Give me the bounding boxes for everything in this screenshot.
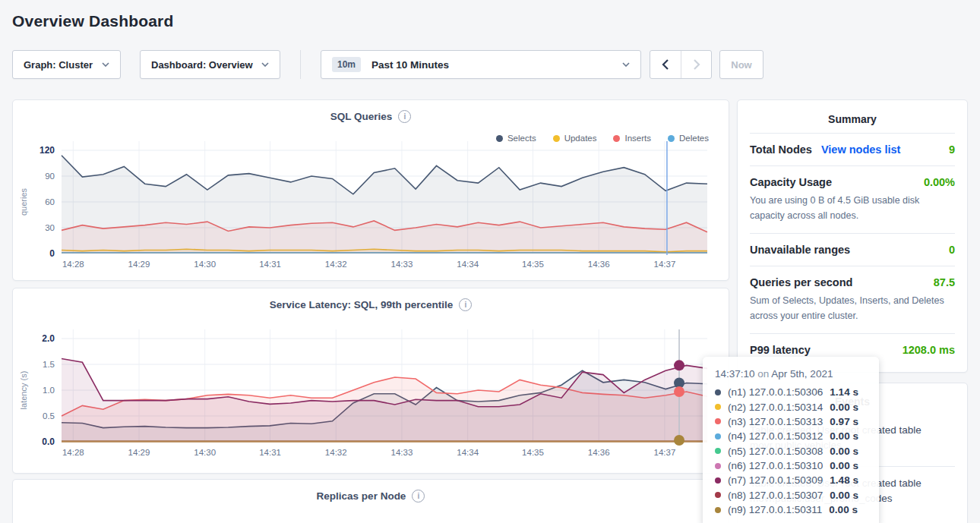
graph-dropdown[interactable]: Graph: Cluster bbox=[12, 50, 121, 79]
time-step-buttons bbox=[650, 50, 712, 79]
svg-text:14:36: 14:36 bbox=[588, 260, 610, 269]
tooltip-row: (n3) 127.0.0.1:503130.97 s bbox=[715, 414, 867, 429]
replicas-title: Replicas per Node bbox=[317, 490, 406, 502]
svg-text:14:28: 14:28 bbox=[62, 448, 84, 457]
svg-text:14:35: 14:35 bbox=[522, 260, 544, 269]
svg-text:1.5: 1.5 bbox=[43, 360, 55, 369]
svg-text:14:36: 14:36 bbox=[588, 448, 610, 457]
svg-text:14:30: 14:30 bbox=[194, 448, 216, 457]
svg-text:1.0: 1.0 bbox=[43, 386, 55, 395]
svg-text:14:29: 14:29 bbox=[128, 260, 150, 269]
tooltip-row: (n2) 127.0.0.1:503140.00 s bbox=[715, 399, 867, 414]
summary-row-qps: Queries per second 87.5 Sum of Selects, … bbox=[750, 266, 955, 333]
series-dot-icon bbox=[715, 507, 721, 513]
svg-text:60: 60 bbox=[45, 197, 55, 206]
svg-text:120: 120 bbox=[40, 145, 55, 156]
graph-dropdown-label: Graph: Cluster bbox=[24, 59, 93, 71]
time-range-picker[interactable]: 10m Past 10 Minutes bbox=[321, 50, 641, 79]
svg-text:queries: queries bbox=[19, 187, 28, 216]
total-nodes-value: 9 bbox=[949, 143, 955, 156]
qps-value: 87.5 bbox=[934, 276, 955, 288]
svg-text:0.5: 0.5 bbox=[43, 411, 55, 421]
sql-queries-panel: SQL Queries i SelectsUpdatesInsertsDelet… bbox=[12, 99, 729, 281]
svg-text:14:31: 14:31 bbox=[259, 260, 281, 269]
chart-hover-tooltip: 14:37:10 on Apr 5th, 2021 (n1) 127.0.0.1… bbox=[703, 357, 879, 523]
chevron-down-icon bbox=[622, 62, 630, 67]
svg-text:0.0: 0.0 bbox=[42, 436, 55, 447]
series-dot-icon bbox=[715, 433, 721, 440]
view-nodes-list-link[interactable]: View nodes list bbox=[821, 143, 901, 156]
svg-text:14:35: 14:35 bbox=[522, 448, 544, 457]
replicas-panel: Replicas per Node i bbox=[12, 479, 729, 523]
series-dot-icon bbox=[715, 492, 721, 498]
series-dot-icon bbox=[715, 404, 721, 410]
svg-text:latency (s): latency (s) bbox=[19, 371, 28, 410]
svg-text:14:37: 14:37 bbox=[654, 260, 676, 269]
tooltip-row: (n5) 127.0.0.1:503080.00 s bbox=[715, 444, 867, 458]
toolbar-divider bbox=[300, 50, 301, 79]
svg-text:14:34: 14:34 bbox=[457, 260, 479, 269]
latency-panel: Service Latency: SQL, 99th percentile i … bbox=[12, 288, 729, 474]
tooltip-row: (n1) 127.0.0.1:503061.14 s bbox=[715, 385, 867, 399]
summary-panel: Summary Total Nodes View nodes list 9 Ca… bbox=[737, 99, 968, 373]
tooltip-row: (n4) 127.0.0.1:503120.00 s bbox=[715, 429, 867, 443]
page-title: Overview Dashboard bbox=[12, 12, 968, 30]
latency-chart[interactable]: 14:2814:2914:3014:3114:3214:3314:3414:35… bbox=[13, 288, 730, 474]
series-dot-icon bbox=[715, 448, 721, 454]
svg-text:2.0: 2.0 bbox=[42, 333, 55, 344]
series-dot-icon bbox=[715, 418, 721, 424]
sql-queries-chart[interactable]: 14:2814:2914:3014:3114:3214:3314:3414:35… bbox=[13, 100, 730, 282]
svg-text:14:34: 14:34 bbox=[457, 448, 479, 457]
tooltip-timestamp: 14:37:10 on Apr 5th, 2021 bbox=[715, 368, 867, 380]
svg-text:14:30: 14:30 bbox=[194, 260, 216, 269]
series-dot-icon bbox=[715, 477, 721, 484]
svg-text:0: 0 bbox=[49, 248, 55, 259]
summary-row-capacity: Capacity Usage 0.00% You are using 0 B o… bbox=[750, 165, 955, 233]
dashboard-dropdown[interactable]: Dashboard: Overview bbox=[140, 50, 280, 79]
summary-title: Summary bbox=[750, 100, 955, 133]
previous-range-button[interactable] bbox=[650, 51, 681, 78]
series-dot-icon bbox=[715, 463, 721, 469]
series-dot-icon bbox=[715, 389, 721, 395]
svg-text:14:37: 14:37 bbox=[654, 448, 676, 457]
now-button[interactable]: Now bbox=[719, 50, 763, 79]
tooltip-row: (n6) 127.0.0.1:503100.00 s bbox=[715, 458, 867, 473]
chevron-down-icon bbox=[261, 62, 269, 67]
svg-text:14:31: 14:31 bbox=[259, 448, 281, 457]
chevron-left-icon bbox=[662, 59, 669, 70]
svg-text:14:28: 14:28 bbox=[62, 260, 84, 269]
chevron-right-icon bbox=[693, 59, 700, 70]
svg-text:14:33: 14:33 bbox=[391, 448, 413, 457]
time-range-label: Past 10 Minutes bbox=[371, 59, 449, 71]
unavailable-ranges-value: 0 bbox=[949, 244, 955, 256]
svg-text:14:32: 14:32 bbox=[325, 448, 347, 457]
dashboard-dropdown-label: Dashboard: Overview bbox=[151, 59, 253, 71]
tooltip-row: (n9) 127.0.0.1:503110.00 s bbox=[715, 503, 867, 517]
tooltip-row: (n8) 127.0.0.1:503070.00 s bbox=[715, 488, 867, 503]
p99-latency-value: 1208.0 ms bbox=[903, 344, 955, 356]
tooltip-row: (n7) 127.0.0.1:503091.48 s bbox=[715, 473, 867, 487]
toolbar: Graph: Cluster Dashboard: Overview 10m P… bbox=[12, 50, 968, 79]
time-range-badge: 10m bbox=[332, 57, 361, 72]
summary-row-total-nodes: Total Nodes View nodes list 9 bbox=[750, 133, 955, 165]
svg-text:30: 30 bbox=[45, 223, 55, 232]
svg-text:14:32: 14:32 bbox=[325, 260, 347, 269]
summary-row-unavailable-ranges: Unavailable ranges 0 bbox=[750, 233, 955, 266]
capacity-usage-value: 0.00% bbox=[924, 176, 955, 188]
chevron-down-icon bbox=[102, 62, 109, 67]
svg-text:14:33: 14:33 bbox=[391, 260, 413, 269]
next-range-button[interactable] bbox=[681, 51, 711, 78]
svg-text:14:29: 14:29 bbox=[128, 448, 150, 457]
svg-text:90: 90 bbox=[45, 172, 55, 181]
info-icon[interactable]: i bbox=[412, 490, 425, 503]
